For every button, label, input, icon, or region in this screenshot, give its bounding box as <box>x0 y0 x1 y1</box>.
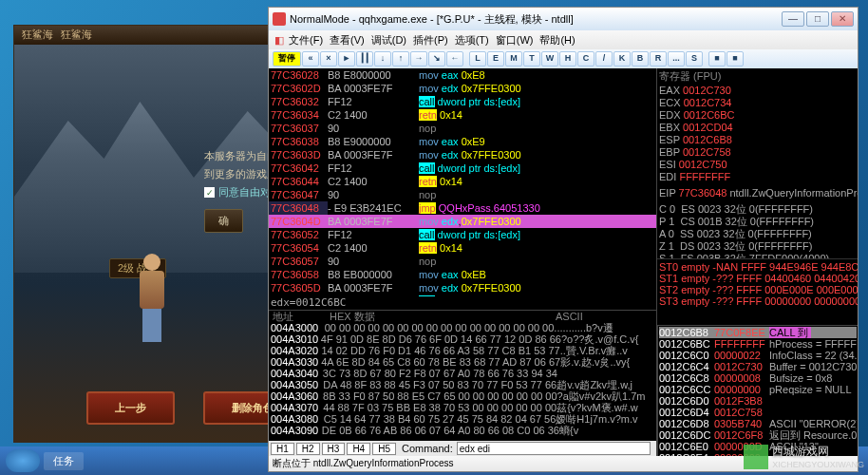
toolbar-btn-8[interactable]: ← <box>446 51 463 66</box>
toolbar-btn-18[interactable]: K <box>613 51 631 66</box>
disasm-row[interactable]: 77C36028B8 E8000000 mov eax,0xE8 <box>269 68 656 82</box>
toolbar-btn-15[interactable]: H <box>559 51 576 66</box>
disasm-row[interactable]: 77C36052FF12 call dword ptr ds:[edx] <box>269 228 656 241</box>
hex-row[interactable]: 004A3090DE 0B 66 76 AB 86 06 07 64 A0 80… <box>269 425 656 436</box>
reg-EDX[interactable]: EDX 0012C6BC <box>659 109 856 122</box>
stack-row[interactable]: 0012C6D00012F3B8 <box>659 395 857 407</box>
menu-view[interactable]: 查看(V) <box>328 32 367 48</box>
disasm-row[interactable]: 77C36042FF12 call dword ptr ds:[edx] <box>269 162 656 175</box>
reg-EBX[interactable]: EBX 0012CD04 <box>659 122 856 134</box>
stack-row[interactable]: 0012C6D40012C758 <box>659 407 857 418</box>
disasm-row[interactable]: 77C36032FF12 call dword ptr ds:[edx] <box>269 95 656 108</box>
checkbox-icon[interactable]: ✓ <box>204 187 215 198</box>
hex-row[interactable]: 004A3050DA 48 8F 83 88 45 F3 07 50 83 70… <box>269 379 656 390</box>
disasm-row[interactable]: 77C3602DBA 0003FE7F mov edx,0x7FFE0300 <box>269 82 656 95</box>
start-button[interactable] <box>6 449 40 472</box>
disasm-row[interactable]: 77C36044C2 1400 retn 0x14 <box>269 175 656 188</box>
toolbar-btn-2[interactable]: ► <box>338 51 355 66</box>
toolbar-btn-22[interactable]: S <box>686 51 703 66</box>
disasm-row[interactable]: 77C36038B8 E9000000 mov eax,0xE9 <box>269 135 656 148</box>
reg-EAX[interactable]: EAX 0012C730 <box>659 85 856 97</box>
toolbar-btn-5[interactable]: ↑ <box>392 51 409 66</box>
toolbar-btn-10[interactable]: L <box>469 51 486 66</box>
hex-tab-H3[interactable]: H3 <box>322 443 346 455</box>
hex-row[interactable]: 004A3080C5 14 64 77 38 B4 60 75 27 45 75… <box>269 413 656 425</box>
registers-pane[interactable]: 寄存器 (FPU) EAX 0012C730ECX 0012C734EDX 00… <box>657 68 858 258</box>
stack-row[interactable]: 0012C6C800000008Bufsize = 0x8 <box>659 372 857 384</box>
reg-ESP[interactable]: ESP 0012C6B8 <box>659 134 856 146</box>
close-button[interactable]: ✕ <box>831 11 854 27</box>
hex-tab-H4[interactable]: H4 <box>347 443 370 455</box>
toolbar-btn-11[interactable]: E <box>487 51 504 66</box>
hex-row[interactable]: 004A307044 88 7F 03 75 BB E8 38 70 53 00… <box>269 402 656 413</box>
toolbar-btn-1[interactable]: × <box>320 51 337 66</box>
toolbar-btn-6[interactable]: → <box>410 51 427 66</box>
hex-tab-H2[interactable]: H2 <box>296 443 320 455</box>
character-model[interactable] <box>128 254 176 349</box>
toolbar-btn-13[interactable]: T <box>523 51 540 66</box>
disasm-row[interactable]: 77C36054C2 1400 retn 0x14 <box>269 241 656 255</box>
disasm-row[interactable]: 77C3604790 nop <box>269 188 656 201</box>
menu-help[interactable]: 帮助(H) <box>538 32 576 48</box>
pause-button[interactable]: 暂停 <box>273 51 301 66</box>
toolbar-btn-12[interactable]: M <box>505 51 522 66</box>
stack-row[interactable]: 0012C6B877C0F8EECALL 到 <box>659 327 857 338</box>
hex-row[interactable]: 004A30304A 6E 8D 84 65 C8 60 78 BE 83 68… <box>269 356 656 368</box>
reg-ECX[interactable]: ECX 0012C734 <box>659 97 856 109</box>
prev-button[interactable]: 上一步 <box>86 391 175 425</box>
confirm-button[interactable]: 确 <box>204 209 243 233</box>
toolbar-btn-25[interactable]: ■ <box>726 51 744 66</box>
stack-row[interactable]: 0012C6DC0012C6F8返回到 Resource.03058 <box>659 429 857 441</box>
hex-row[interactable]: 004A300000 00 00 00 00 00 00 00 00 00 00… <box>269 322 656 333</box>
toolbar-btn-0[interactable]: « <box>302 51 319 66</box>
stack-row[interactable]: 0012C6C40012C730Buffer = 0012C730 <box>659 361 857 372</box>
menu-options[interactable]: 选项(T) <box>453 32 491 48</box>
disassembly-pane[interactable]: 77C36028B8 E8000000 mov eax,0xE877C3602D… <box>269 68 656 296</box>
stack-row[interactable]: 0012C6D80305B740ASCII "0ERROR(2): 系统 <box>659 418 857 429</box>
stack-pane[interactable]: 0012C6B877C0F8EECALL 到 0012C6BCFFFFFFFFh… <box>657 325 858 456</box>
reg-ESI[interactable]: ESI 0012C750 <box>659 159 856 171</box>
hex-row[interactable]: 004A30104F 91 0D 8E 8D D6 76 6F 0D 14 66… <box>269 333 656 345</box>
toolbar-btn-14[interactable]: W <box>541 51 558 66</box>
reg-EDI[interactable]: EDI FFFFFFFF <box>659 171 856 183</box>
toolbar-btn-20[interactable]: R <box>650 51 667 66</box>
hex-dump-pane[interactable]: 地址 HEX 数据 ASCII 004A300000 00 00 00 00 0… <box>269 310 656 441</box>
reg-EBP[interactable]: EBP 0012C758 <box>659 146 856 159</box>
menu-plugin[interactable]: 插件(P) <box>411 32 450 48</box>
disasm-row[interactable]: 77C36034C2 1400 retn 0x14 <box>269 108 656 122</box>
toolbar-btn-24[interactable]: ■ <box>708 51 726 66</box>
disasm-row[interactable]: 77C36048- E9 E3B241EC jmp QQHxPass.64051… <box>269 201 656 215</box>
toolbar-btn-4[interactable]: ↓ <box>374 51 391 66</box>
hex-row[interactable]: 004A302014 02 DD 76 F0 D1 46 76 66 A3 58… <box>269 345 656 356</box>
toolbar-btn-17[interactable]: / <box>595 51 613 66</box>
menu-file[interactable]: 文件(F) <box>287 32 325 48</box>
disasm-row[interactable]: 77C3603790 nop <box>269 122 656 135</box>
menu-debug[interactable]: 调试(D) <box>369 32 408 48</box>
game-tab-1[interactable]: 狂鲨海 <box>22 28 53 43</box>
toolbar-btn-16[interactable]: C <box>577 51 594 66</box>
hex-tab-H5[interactable]: H5 <box>372 443 396 455</box>
game-tab-2[interactable]: 狂鲨海 <box>61 28 92 43</box>
app-menu-icon[interactable]: ◧ <box>274 34 284 47</box>
toolbar-btn-7[interactable]: ↘ <box>428 51 445 66</box>
stack-row[interactable]: 0012C6C000000022InfoClass = 22 (34.) <box>659 350 857 361</box>
disasm-row[interactable]: 77C36058B8 EB000000 mov eax,0xEB <box>269 268 656 281</box>
titlebar[interactable]: NormalMode - qqhxgame.exe - [*G.P.U* - 主… <box>269 8 858 30</box>
stack-row[interactable]: 0012C6CC00000000pReqsize = NULL <box>659 384 857 395</box>
disasm-row[interactable]: 77C3605790 nop <box>269 255 656 268</box>
disasm-row[interactable]: 77C3605DBA 0003FE7F mov edx,0x7FFE0300 <box>269 281 656 294</box>
minimize-button[interactable]: — <box>782 11 804 27</box>
fpu-pane[interactable]: ST0 empty -NAN FFFF 944E946E 944E8C2EST1… <box>657 258 858 325</box>
toolbar-btn-19[interactable]: B <box>632 51 649 66</box>
disasm-row[interactable]: 77C3603DBA 0003FE7F mov edx,0x7FFE0300 <box>269 148 656 162</box>
command-input[interactable] <box>457 442 651 455</box>
stack-row[interactable]: 0012C6BCFFFFFFFFhProcess = FFFFFFFF <box>659 338 857 350</box>
toolbar-btn-21[interactable]: ... <box>668 51 685 66</box>
hex-tab-H1[interactable]: H1 <box>271 443 294 455</box>
taskbar-item[interactable]: 任务 <box>44 452 84 470</box>
maximize-button[interactable]: □ <box>806 11 829 27</box>
hex-row[interactable]: 004A30403C 73 8D 67 80 F2 F8 07 67 A0 78… <box>269 368 656 379</box>
disasm-row[interactable]: 77C3604DBA 0003FE7F mov edx,0x7FFE0300 <box>269 215 656 228</box>
menu-window[interactable]: 窗口(W) <box>494 32 536 48</box>
hex-row[interactable]: 004A30608B 33 F0 87 50 88 E5 C7 65 00 00… <box>269 390 656 402</box>
